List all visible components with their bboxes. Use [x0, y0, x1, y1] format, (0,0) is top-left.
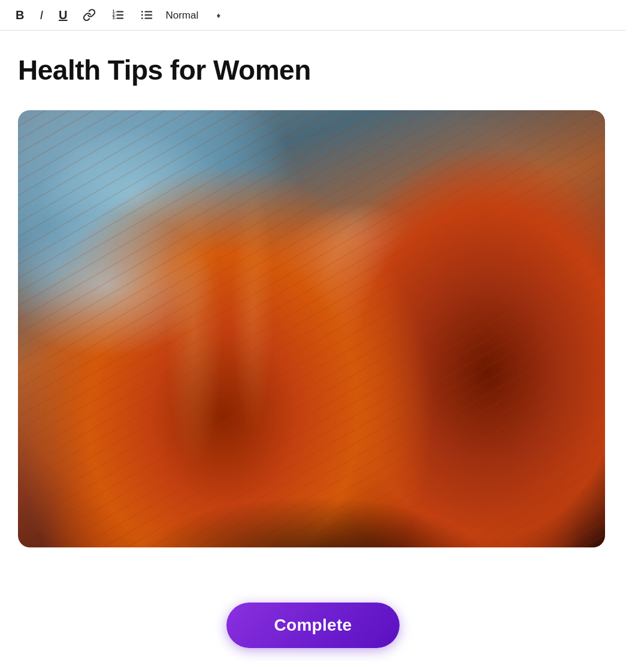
text-editor-toolbar: B I U 1. 2. 3. Normal Heading 1 — [0, 0, 626, 31]
underline-button[interactable]: U — [55, 7, 71, 23]
footer-button-area: Complete — [0, 585, 626, 672]
text-style-selector[interactable]: Normal Heading 1 Heading 2 Heading 3 Par… — [165, 10, 222, 21]
editor-content-area: Health Tips for Women — [0, 31, 626, 585]
article-image-container — [18, 110, 605, 547]
svg-point-10 — [141, 14, 143, 16]
italic-button[interactable]: I — [36, 7, 47, 23]
style-dropdown[interactable]: Normal Heading 1 Heading 2 Heading 3 Par… — [165, 10, 213, 21]
link-button[interactable] — [79, 6, 99, 24]
portrait-image — [18, 110, 605, 547]
article-title: Health Tips for Women — [18, 55, 311, 86]
bold-button[interactable]: B — [12, 7, 28, 23]
ordered-list-button[interactable]: 1. 2. 3. — [108, 6, 128, 24]
dropdown-arrow-icon: ⬧ — [216, 10, 222, 20]
svg-point-9 — [141, 11, 143, 13]
unordered-list-button[interactable] — [137, 6, 157, 24]
svg-point-11 — [141, 17, 143, 19]
complete-button[interactable]: Complete — [226, 603, 400, 648]
svg-text:3.: 3. — [113, 16, 116, 20]
